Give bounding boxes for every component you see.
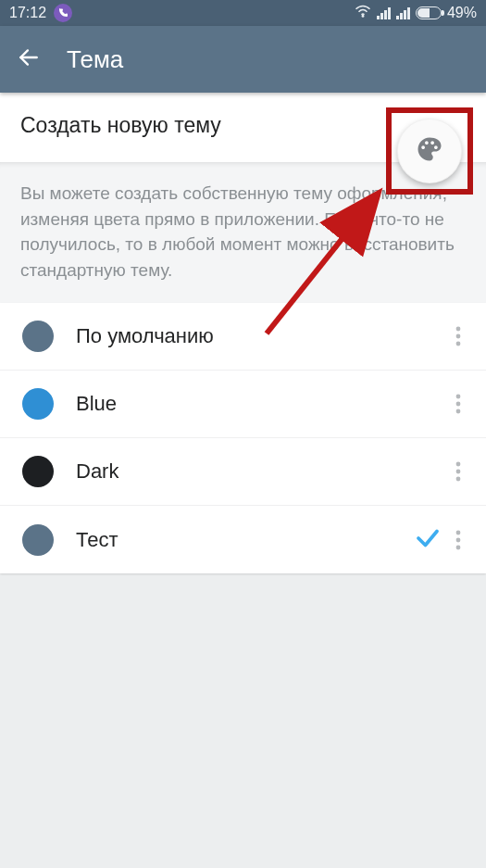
create-theme-fab[interactable] xyxy=(397,119,462,183)
theme-swatch xyxy=(22,321,54,352)
palette-icon xyxy=(416,135,443,167)
svg-point-5 xyxy=(456,395,461,399)
theme-row[interactable]: Blue xyxy=(0,371,486,438)
svg-point-2 xyxy=(456,327,461,332)
svg-point-10 xyxy=(456,477,461,482)
svg-point-7 xyxy=(456,409,461,414)
svg-point-12 xyxy=(456,537,461,542)
annotation-highlight-box xyxy=(386,107,473,195)
battery-percent: 49% xyxy=(447,5,477,21)
theme-name: По умолчанию xyxy=(76,324,442,348)
svg-point-11 xyxy=(456,530,461,535)
svg-point-9 xyxy=(456,470,461,474)
status-time: 17:12 xyxy=(9,5,46,21)
wifi-icon xyxy=(355,5,371,21)
svg-point-4 xyxy=(456,342,461,346)
theme-row[interactable]: Тест xyxy=(0,506,486,573)
svg-point-3 xyxy=(456,334,461,339)
theme-list: По умолчаниюBlueDarkТест xyxy=(0,303,486,573)
back-button[interactable] xyxy=(17,45,41,73)
more-icon[interactable] xyxy=(442,530,475,550)
status-bar: 17:12 49% xyxy=(0,0,486,26)
svg-point-0 xyxy=(362,16,364,18)
theme-swatch xyxy=(22,524,54,556)
viber-icon xyxy=(54,4,72,22)
signal-icon-2 xyxy=(396,6,410,19)
check-icon xyxy=(414,524,442,556)
signal-icon xyxy=(377,6,391,19)
svg-point-6 xyxy=(456,402,461,407)
more-icon[interactable] xyxy=(442,394,475,414)
svg-point-13 xyxy=(456,545,461,549)
more-icon[interactable] xyxy=(442,326,475,346)
theme-swatch xyxy=(22,456,54,487)
page-title: Тема xyxy=(67,45,123,74)
svg-point-8 xyxy=(456,462,461,467)
theme-row[interactable]: По умолчанию xyxy=(0,303,486,371)
theme-name: Blue xyxy=(76,392,442,416)
theme-name: Dark xyxy=(76,459,442,484)
theme-swatch xyxy=(22,388,54,420)
theme-row[interactable]: Dark xyxy=(0,438,486,506)
battery-icon xyxy=(416,6,442,19)
more-icon[interactable] xyxy=(442,461,475,482)
theme-name: Тест xyxy=(76,528,414,552)
titlebar: Тема xyxy=(0,26,486,93)
